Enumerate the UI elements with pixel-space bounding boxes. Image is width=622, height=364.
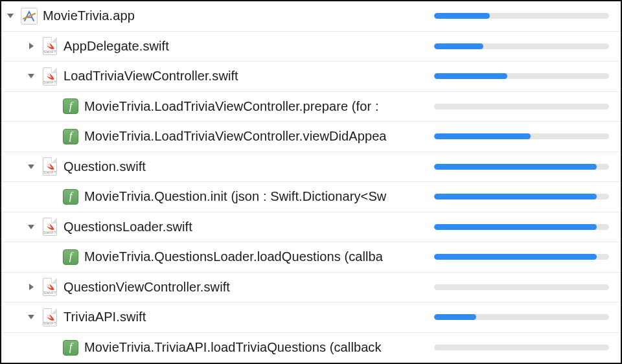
tree-row[interactable]: SWIFTAppDelegate.swift: [1, 32, 621, 62]
tree-row-left: MovieTrivia.app: [1, 1, 416, 31]
row-label: QuestionViewController.swift: [60, 280, 416, 295]
row-label: MovieTrivia.TriviaAPI.loadTriviaQuestion…: [80, 340, 416, 355]
progress-bar-wrap: [416, 314, 609, 320]
tree-row-left: SWIFTTriviaAPI.swift: [1, 302, 416, 332]
tree-row-left: SWIFTQuestion.swift: [1, 152, 416, 182]
disclosure-triangle[interactable]: [22, 212, 40, 242]
profiler-tree: MovieTrivia.appSWIFTAppDelegate.swiftSWI…: [0, 0, 622, 364]
disclosure-triangle: [43, 333, 61, 363]
progress-bar-wrap: [416, 43, 609, 49]
row-icon-slot: f: [61, 333, 80, 363]
disclosure-triangle[interactable]: [22, 62, 40, 91]
indent-spacer: [1, 333, 43, 363]
row-icon-slot: SWIFT: [40, 152, 60, 182]
disclosure-triangle[interactable]: [1, 1, 19, 31]
row-label: Question.swift: [60, 159, 416, 174]
function-icon: f: [63, 129, 78, 144]
row-label: QuestionsLoader.swift: [60, 220, 416, 234]
disclosure-triangle[interactable]: [22, 152, 40, 182]
progress-bar-fill: [434, 314, 476, 320]
progress-bar-fill: [434, 194, 597, 199]
tree-row[interactable]: fMovieTrivia.LoadTriviaViewController.pr…: [1, 92, 621, 122]
indent-spacer: [1, 32, 22, 62]
indent-spacer: [1, 242, 43, 272]
progress-bar-wrap: [416, 73, 609, 79]
progress-bar: [434, 164, 609, 170]
tree-row-left: fMovieTrivia.LoadTriviaViewController.vi…: [1, 122, 416, 152]
progress-bar: [434, 104, 609, 109]
row-icon-slot: f: [61, 92, 80, 122]
progress-bar-wrap: [416, 254, 609, 260]
progress-bar-wrap: [416, 104, 609, 109]
progress-bar-fill: [434, 73, 507, 79]
indent-spacer: [1, 302, 22, 332]
progress-bar-wrap: [416, 164, 609, 170]
row-icon-slot: SWIFT: [40, 62, 60, 91]
swift-file-label: SWIFT: [43, 230, 56, 235]
tree-row[interactable]: fMovieTrivia.Question.init (json : Swift…: [1, 182, 621, 212]
progress-bar-wrap: [416, 133, 609, 139]
indent-spacer: [1, 122, 43, 152]
progress-bar-fill: [434, 43, 483, 49]
swift-file-icon: SWIFT: [43, 37, 57, 55]
tree-row-left: SWIFTAppDelegate.swift: [1, 32, 416, 62]
tree-row[interactable]: MovieTrivia.app: [1, 1, 621, 32]
tree-row[interactable]: fMovieTrivia.QuestionsLoader.loadQuestio…: [1, 242, 621, 273]
progress-bar: [434, 13, 609, 19]
tree-row[interactable]: SWIFTQuestion.swift: [1, 152, 621, 183]
row-icon-slot: [19, 1, 39, 31]
progress-bar-fill: [434, 164, 597, 170]
row-icon-slot: f: [61, 242, 80, 272]
disclosure-triangle: [43, 182, 61, 212]
row-label: MovieTrivia.Question.init (json : Swift.…: [80, 189, 416, 204]
disclosure-triangle[interactable]: [22, 302, 40, 332]
row-icon-slot: SWIFT: [40, 32, 60, 62]
tree-row[interactable]: SWIFTQuestionsLoader.swift: [1, 212, 621, 243]
row-label: MovieTrivia.QuestionsLoader.loadQuestion…: [80, 249, 416, 264]
row-label: MovieTrivia.app: [39, 8, 416, 23]
swift-file-label: SWIFT: [43, 290, 56, 295]
tree-row[interactable]: SWIFTQuestionViewController.swift: [1, 273, 621, 303]
tree-row-left: fMovieTrivia.Question.init (json : Swift…: [1, 182, 416, 212]
tree-row[interactable]: SWIFTLoadTriviaViewController.swift: [1, 62, 621, 92]
progress-bar: [434, 314, 609, 320]
tree-row[interactable]: SWIFTTriviaAPI.swift: [1, 302, 621, 333]
row-label: MovieTrivia.LoadTriviaViewController.vie…: [80, 129, 416, 144]
tree-row-left: SWIFTLoadTriviaViewController.swift: [1, 62, 416, 91]
swift-file-label: SWIFT: [43, 49, 56, 54]
swift-file-icon: SWIFT: [43, 308, 57, 326]
function-icon: f: [63, 189, 78, 205]
progress-bar: [434, 284, 609, 290]
indent-spacer: [1, 62, 22, 91]
swift-file-label: SWIFT: [43, 170, 56, 175]
swift-file-icon: SWIFT: [43, 157, 57, 176]
disclosure-triangle: [43, 122, 61, 152]
tree-row-left: SWIFTQuestionsLoader.swift: [1, 212, 416, 242]
row-icon-slot: SWIFT: [40, 302, 60, 332]
function-icon: f: [63, 249, 78, 265]
progress-bar: [434, 43, 609, 49]
progress-bar-fill: [434, 13, 490, 19]
disclosure-triangle: [43, 92, 61, 122]
disclosure-triangle: [43, 242, 61, 272]
function-icon: f: [63, 98, 78, 114]
progress-bar: [434, 73, 609, 79]
row-icon-slot: SWIFT: [40, 212, 60, 242]
row-label: TriviaAPI.swift: [60, 310, 416, 324]
row-label: LoadTriviaViewController.swift: [60, 69, 416, 84]
tree-row[interactable]: fMovieTrivia.TriviaAPI.loadTriviaQuestio…: [1, 333, 621, 363]
progress-bar: [434, 194, 609, 199]
swift-file-label: SWIFT: [43, 321, 56, 326]
disclosure-triangle[interactable]: [22, 273, 40, 302]
progress-bar: [434, 254, 609, 260]
progress-bar-wrap: [416, 194, 609, 199]
disclosure-triangle[interactable]: [22, 32, 40, 62]
row-icon-slot: f: [61, 182, 80, 212]
swift-file-icon: SWIFT: [43, 218, 57, 236]
progress-bar-fill: [434, 254, 597, 260]
progress-bar-wrap: [416, 284, 609, 290]
tree-row-left: fMovieTrivia.TriviaAPI.loadTriviaQuestio…: [1, 333, 416, 363]
tree-row[interactable]: fMovieTrivia.LoadTriviaViewController.vi…: [1, 122, 621, 152]
indent-spacer: [1, 182, 43, 212]
row-icon-slot: f: [61, 122, 80, 152]
